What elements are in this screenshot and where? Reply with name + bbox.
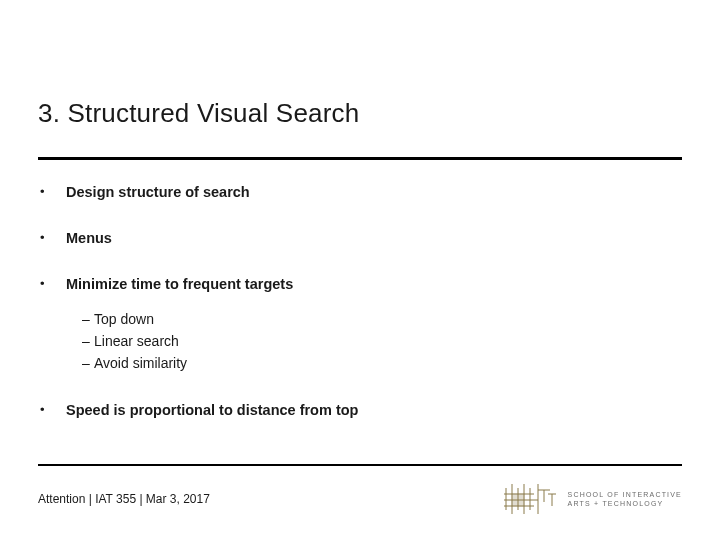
list-item: • Speed is proportional to distance from…: [38, 400, 682, 420]
list-item: • Menus: [38, 228, 682, 248]
list-item: • Design structure of search: [38, 182, 682, 202]
institution-logo: SCHOOL OF INTERACTIVE ARTS + TECHNOLOGY: [504, 484, 682, 514]
dash-icon: –: [66, 308, 94, 330]
bullet-icon: •: [38, 228, 66, 248]
footer-text: Attention | IAT 355 | Mar 3, 2017: [38, 492, 210, 506]
bullet-text: Speed is proportional to distance from t…: [66, 400, 358, 420]
bullet-text: Design structure of search: [66, 182, 250, 202]
logo-mark-icon: [504, 484, 558, 514]
dash-icon: –: [66, 330, 94, 352]
institution-line2: ARTS + TECHNOLOGY: [568, 499, 682, 508]
bullet-icon: •: [38, 182, 66, 202]
bullet-with-sub: Minimize time to frequent targets – Top …: [66, 274, 293, 374]
list-item: • Minimize time to frequent targets – To…: [38, 274, 682, 374]
content-area: • Design structure of search • Menus • M…: [38, 160, 682, 420]
bullet-icon: •: [38, 274, 66, 294]
bullet-list: • Design structure of search • Menus • M…: [38, 182, 682, 420]
sub-list-item: – Top down: [66, 308, 293, 330]
title-area: 3. Structured Visual Search: [38, 0, 682, 160]
sub-list-item: – Linear search: [66, 330, 293, 352]
institution-name: SCHOOL OF INTERACTIVE ARTS + TECHNOLOGY: [568, 490, 682, 508]
slide-title: 3. Structured Visual Search: [38, 98, 682, 129]
sub-text: Top down: [94, 308, 154, 330]
bullet-text: Menus: [66, 228, 112, 248]
slide: 3. Structured Visual Search • Design str…: [0, 0, 720, 540]
institution-line1: SCHOOL OF INTERACTIVE: [568, 490, 682, 499]
footer-divider: [38, 464, 682, 466]
bullet-icon: •: [38, 400, 66, 420]
sub-list-item: – Avoid similarity: [66, 352, 293, 374]
sub-list: – Top down – Linear search – Avoid simil…: [66, 308, 293, 374]
bullet-text: Minimize time to frequent targets: [66, 274, 293, 294]
sub-text: Avoid similarity: [94, 352, 187, 374]
footer-row: Attention | IAT 355 | Mar 3, 2017: [38, 484, 682, 514]
sub-text: Linear search: [94, 330, 179, 352]
svg-rect-8: [512, 494, 524, 506]
dash-icon: –: [66, 352, 94, 374]
footer: Attention | IAT 355 | Mar 3, 2017: [38, 464, 682, 514]
